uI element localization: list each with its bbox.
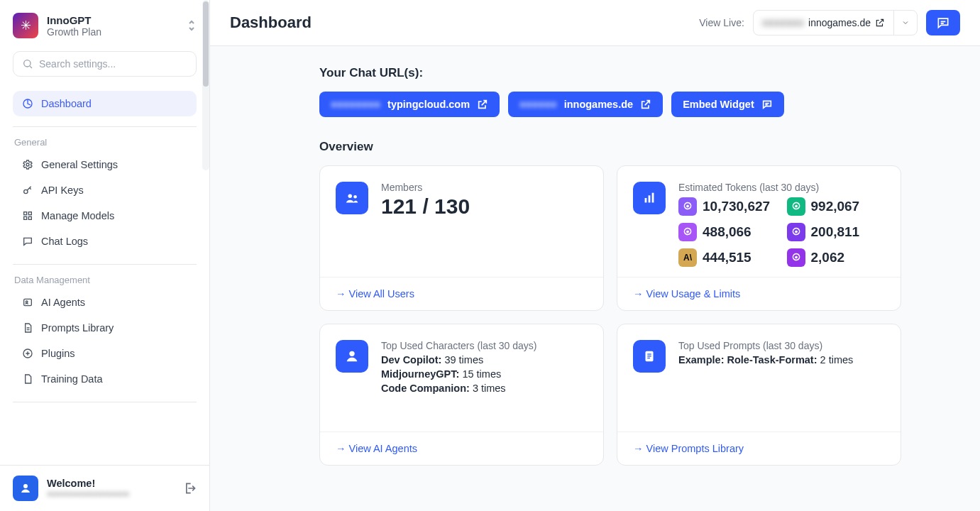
svg-point-2 xyxy=(26,163,29,166)
token-item: ⦿200,811 xyxy=(787,223,886,241)
svg-point-13 xyxy=(353,195,357,199)
workspace-name: InnoGPT xyxy=(47,14,178,26)
stat-row: Example: Role-Task-Format: 2 times xyxy=(678,354,885,366)
card-members: Members 121 / 130 → View All Users xyxy=(319,165,604,311)
welcome-email: ■■■■■■■■■■■■■■■■ xyxy=(47,489,129,499)
sidebar-item-api-keys[interactable]: API Keys xyxy=(13,177,197,203)
sidebar-item-label: Prompts Library xyxy=(41,322,114,334)
token-value: 992,067 xyxy=(811,199,860,214)
sidebar-item-plugins[interactable]: Plugins xyxy=(13,341,197,366)
chevron-down-icon[interactable] xyxy=(893,11,917,35)
model-badge-icon: A\ xyxy=(678,248,697,267)
live-url-selector[interactable]: ■■■■■■■ innogames.de xyxy=(753,10,918,35)
view-ai-agents-link[interactable]: → View AI Agents xyxy=(336,443,417,454)
chat-widget-button[interactable] xyxy=(926,10,960,35)
sidebar-item-general-settings[interactable]: General Settings xyxy=(13,152,197,177)
plus-circle-icon xyxy=(21,347,34,360)
sidebar-item-manage-models[interactable]: Manage Models xyxy=(13,203,197,229)
svg-rect-14 xyxy=(645,198,647,202)
stat-row: Dev Copilot: 39 times xyxy=(381,354,588,366)
workspace-logo: ✳ xyxy=(13,13,38,38)
sidebar-footer: Welcome! ■■■■■■■■■■■■■■■■ xyxy=(0,465,209,511)
page-title: Dashboard xyxy=(230,13,312,32)
live-url-prefix: ■■■■■■■ xyxy=(762,17,804,28)
chat-icon xyxy=(761,99,773,110)
sidebar-item-chat-logs[interactable]: Chat Logs xyxy=(13,229,197,254)
welcome-label: Welcome! xyxy=(47,478,129,489)
svg-rect-16 xyxy=(652,193,654,203)
model-badge-icon: ⦿ xyxy=(678,197,697,216)
token-item: ⦿992,067 xyxy=(787,197,886,216)
chat-url-primary[interactable]: ■■■■■■■■ typingcloud.com xyxy=(319,92,500,117)
view-all-users-link[interactable]: → View All Users xyxy=(336,288,414,300)
svg-point-17 xyxy=(349,351,354,356)
chat-icon xyxy=(21,235,34,248)
token-value: 200,811 xyxy=(811,224,860,240)
section-label-data: Data Management xyxy=(13,275,197,285)
sidebar: ✳ InnoGPT Growth Plan Dashboard General … xyxy=(0,0,210,511)
workspace-plan: Growth Plan xyxy=(47,26,178,38)
chat-urls-heading: Your Chat URL(s): xyxy=(319,66,901,80)
svg-point-12 xyxy=(348,194,353,199)
sidebar-item-label: Training Data xyxy=(41,373,103,385)
token-item: ⦿488,066 xyxy=(678,223,777,241)
logout-button[interactable] xyxy=(182,481,197,495)
live-url-suffix: innogames.de xyxy=(808,17,871,28)
view-prompts-link[interactable]: → View Prompts Library xyxy=(633,443,744,454)
svg-rect-21 xyxy=(647,358,650,358)
document-icon xyxy=(633,340,666,373)
view-usage-link[interactable]: → View Usage & Limits xyxy=(633,288,740,300)
chevrons-updown-icon[interactable] xyxy=(187,19,197,32)
dashboard-icon xyxy=(21,97,34,110)
person-icon xyxy=(336,340,368,373)
gear-icon xyxy=(21,158,34,171)
token-item: ⦿10,730,627 xyxy=(678,197,777,216)
card-characters: Top Used Characters (last 30 days) Dev C… xyxy=(319,324,604,466)
sidebar-item-prompts-library[interactable]: Prompts Library xyxy=(13,315,197,341)
search-settings[interactable] xyxy=(13,51,197,77)
sidebar-item-label: Dashboard xyxy=(41,98,92,109)
viewlive-label: View Live: xyxy=(699,17,744,28)
token-item: A\444,515 xyxy=(678,248,777,267)
sidebar-item-ai-agents[interactable]: AI Agents xyxy=(13,290,197,315)
sidebar-item-training-data[interactable]: Training Data xyxy=(13,366,197,392)
card-prompts: Top Used Prompts (last 30 days) Example:… xyxy=(617,324,901,466)
sidebar-item-label: AI Agents xyxy=(41,297,85,308)
external-link-icon xyxy=(875,18,885,28)
sidebar-scrollbar[interactable] xyxy=(202,0,209,170)
prompts-label: Top Used Prompts (last 30 days) xyxy=(678,340,885,351)
svg-rect-15 xyxy=(649,195,651,202)
section-label-general: General xyxy=(13,137,197,148)
token-item: ⦿2,062 xyxy=(787,248,886,267)
sidebar-item-label: Plugins xyxy=(41,348,75,359)
stat-row: Code Companion: 3 times xyxy=(381,383,588,394)
sidebar-item-label: General Settings xyxy=(41,159,118,170)
user-avatar-icon xyxy=(13,476,38,501)
sidebar-item-label: Manage Models xyxy=(41,210,114,221)
sidebar-item-dashboard[interactable]: Dashboard xyxy=(13,91,197,116)
token-value: 10,730,627 xyxy=(703,199,770,214)
embed-widget-button[interactable]: Embed Widget xyxy=(671,92,784,117)
characters-label: Top Used Characters (last 30 days) xyxy=(381,340,588,351)
svg-rect-19 xyxy=(647,353,651,354)
search-input[interactable] xyxy=(39,58,187,70)
model-badge-icon: ⦿ xyxy=(678,223,697,241)
svg-rect-5 xyxy=(28,212,31,215)
sidebar-item-label: Chat Logs xyxy=(41,236,88,247)
svg-rect-4 xyxy=(24,212,27,215)
external-link-icon xyxy=(477,99,488,110)
chart-icon xyxy=(633,182,666,214)
workspace-switcher[interactable]: ✳ InnoGPT Growth Plan xyxy=(13,13,197,38)
svg-point-0 xyxy=(24,60,31,67)
model-badge-icon: ⦿ xyxy=(787,223,805,241)
token-value: 444,515 xyxy=(703,250,751,265)
sidebar-item-label: API Keys xyxy=(41,185,84,196)
key-icon xyxy=(21,184,34,197)
svg-point-9 xyxy=(26,301,28,303)
token-value: 488,066 xyxy=(703,224,751,240)
svg-rect-7 xyxy=(28,216,31,219)
svg-rect-20 xyxy=(647,356,651,356)
topbar: Dashboard View Live: ■■■■■■■ innogames.d… xyxy=(210,0,980,46)
chat-url-secondary[interactable]: ■■■■■■ innogames.de xyxy=(508,92,663,117)
model-badge-icon: ⦿ xyxy=(787,248,805,267)
